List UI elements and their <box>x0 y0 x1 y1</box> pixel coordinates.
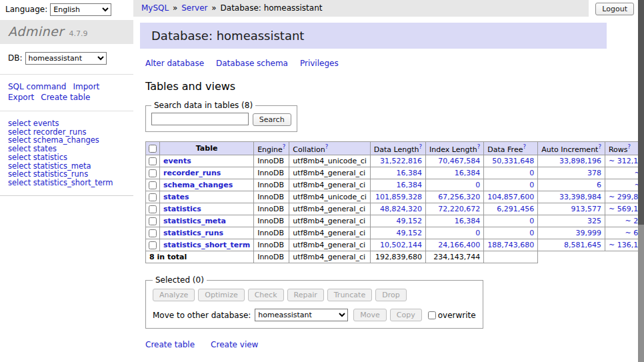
data-length-link[interactable]: 16,384 <box>397 169 423 177</box>
table-name-cell: events <box>160 155 254 167</box>
collation-cell: utf8mb4_general_ci <box>289 203 370 215</box>
table-link-recorder-runs[interactable]: recorder_runs <box>163 169 221 177</box>
row-checkbox-recorder_runs[interactable] <box>149 169 157 177</box>
sidebar-link-export[interactable]: Export <box>8 93 34 102</box>
data-length-link[interactable]: 48,824,320 <box>380 205 422 213</box>
breadcrumb-server[interactable]: Server <box>181 3 207 13</box>
optimize-button[interactable]: Optimize <box>198 289 244 301</box>
auto-increment-link[interactable]: 913,577 <box>571 205 601 213</box>
data-free-link[interactable]: 0 <box>529 169 534 177</box>
auto-increment-link[interactable]: 33,398,984 <box>559 193 601 201</box>
auto-increment-link[interactable]: 6 <box>597 181 601 189</box>
row-checkbox-statistics_short_term[interactable] <box>149 241 157 249</box>
index-length-link[interactable]: 16,384 <box>455 169 481 177</box>
action-alter-database[interactable]: Alter database <box>145 59 204 68</box>
action-privileges[interactable]: Privileges <box>300 59 339 68</box>
help-link[interactable]: ? <box>598 143 601 150</box>
link-create-view[interactable]: Create view <box>211 340 258 349</box>
column-header-label: Engine <box>257 145 283 153</box>
language-select[interactable]: English <box>50 3 111 16</box>
search-input[interactable] <box>151 113 249 125</box>
data-length-link[interactable]: 49,152 <box>397 217 423 225</box>
move-db-select[interactable]: homeassistant <box>255 309 348 321</box>
auto-increment-link[interactable]: 378 <box>587 169 601 177</box>
table-link-statistics-runs[interactable]: statistics_runs <box>163 229 223 237</box>
index-length-link[interactable]: 70,467,584 <box>438 157 480 165</box>
tables-heading: Tables and views <box>145 80 607 93</box>
scrollbar-thumb[interactable] <box>638 0 644 225</box>
help-link[interactable]: ? <box>325 143 329 150</box>
data-free-link[interactable]: 50,331,648 <box>492 157 534 165</box>
link-create-table[interactable]: Create table <box>145 340 195 349</box>
breadcrumb-mysql[interactable]: MySQL <box>141 3 169 13</box>
row-checkbox-events[interactable] <box>149 157 157 165</box>
data-length-link[interactable]: 101,859,328 <box>375 193 422 201</box>
help-link[interactable]: ? <box>628 143 631 150</box>
data-free-link[interactable]: 188,743,680 <box>487 241 534 249</box>
index-length-link[interactable]: 24,166,400 <box>438 241 480 249</box>
table-link-events[interactable]: events <box>163 157 191 165</box>
db-selector-block: DB:homeassistant <box>0 44 133 75</box>
data-free-cell: 188,743,680 <box>484 239 538 251</box>
sidebar-select-statistics-short-term[interactable]: select statistics_short_term <box>8 179 125 187</box>
row-checkbox-states[interactable] <box>149 193 157 201</box>
sidebar-link-create-table[interactable]: Create table <box>41 93 90 102</box>
vertical-scrollbar[interactable] <box>638 0 644 362</box>
db-select[interactable]: homeassistant <box>25 52 107 65</box>
index-length-cell: 70,467,584 <box>426 155 484 167</box>
repair-button[interactable]: Repair <box>287 289 324 301</box>
row-checkbox-statistics_runs[interactable] <box>149 229 157 237</box>
table-link-statistics-meta[interactable]: statistics_meta <box>163 217 226 225</box>
auto-increment-cell: 33,398,984 <box>538 191 605 203</box>
drop-button[interactable]: Drop <box>375 289 406 301</box>
table-name-cell: states <box>160 191 254 203</box>
check-button[interactable]: Check <box>248 289 284 301</box>
table-link-statistics-short-term[interactable]: statistics_short_term <box>163 241 250 249</box>
table-link-statistics[interactable]: statistics <box>163 205 201 213</box>
column-header-label: Table <box>196 144 218 153</box>
truncate-button[interactable]: Truncate <box>327 289 372 301</box>
auto-increment-link[interactable]: 8,581,645 <box>564 241 601 249</box>
index-length-link[interactable]: 0 <box>475 181 480 189</box>
row-checkbox-statistics_meta[interactable] <box>149 217 157 225</box>
help-link[interactable]: ? <box>419 143 423 150</box>
index-length-link[interactable]: 16,384 <box>455 217 481 225</box>
auto-increment-link[interactable]: 325 <box>587 217 601 225</box>
copy-button[interactable]: Copy <box>390 309 422 321</box>
action-database-schema[interactable]: Database schema <box>216 59 288 68</box>
help-link[interactable]: ? <box>523 143 526 150</box>
data-length-link[interactable]: 16,384 <box>397 181 423 189</box>
index-length-link[interactable]: 67,256,320 <box>438 193 480 201</box>
data-length-link[interactable]: 31,522,816 <box>380 157 422 165</box>
data-free-link[interactable]: 6,291,456 <box>497 205 534 213</box>
analyze-button[interactable]: Analyze <box>153 289 195 301</box>
help-link[interactable]: ? <box>477 143 481 150</box>
overwrite-checkbox[interactable] <box>428 311 436 319</box>
help-link[interactable]: ? <box>283 143 286 150</box>
data-free-link[interactable]: 0 <box>529 217 534 225</box>
move-button[interactable]: Move <box>353 309 387 321</box>
engine-cell: InnoDB <box>254 203 289 215</box>
data-free-link[interactable]: 0 <box>529 181 534 189</box>
table-link-schema-changes[interactable]: schema_changes <box>163 181 233 189</box>
auto-increment-link[interactable]: 39,999 <box>575 229 601 237</box>
auto-increment-link[interactable]: 33,898,196 <box>559 157 601 165</box>
sidebar-select-statistics[interactable]: select statistics <box>8 153 125 162</box>
sidebar-link-sql-command[interactable]: SQL command <box>8 82 66 91</box>
index-length-link[interactable]: 72,220,672 <box>438 205 480 213</box>
data-free-cell: 0 <box>484 227 538 239</box>
sidebar-select-events[interactable]: select events <box>8 119 125 128</box>
search-button[interactable]: Search <box>253 113 291 126</box>
row-checkbox-schema_changes[interactable] <box>149 181 157 189</box>
data-length-link[interactable]: 49,152 <box>397 229 423 237</box>
data-free-link[interactable]: 0 <box>529 229 534 237</box>
table-link-states[interactable]: states <box>163 193 189 201</box>
data-length-link[interactable]: 10,502,144 <box>380 241 422 249</box>
data-free-link[interactable]: 104,857,600 <box>487 193 534 201</box>
sidebar-select-states[interactable]: select states <box>8 145 125 153</box>
logout-button[interactable]: Logout <box>595 3 634 15</box>
sidebar-link-import[interactable]: Import <box>73 82 99 91</box>
select-all-checkbox[interactable] <box>149 145 157 153</box>
row-checkbox-statistics[interactable] <box>149 205 157 213</box>
index-length-link[interactable]: 0 <box>475 229 480 237</box>
